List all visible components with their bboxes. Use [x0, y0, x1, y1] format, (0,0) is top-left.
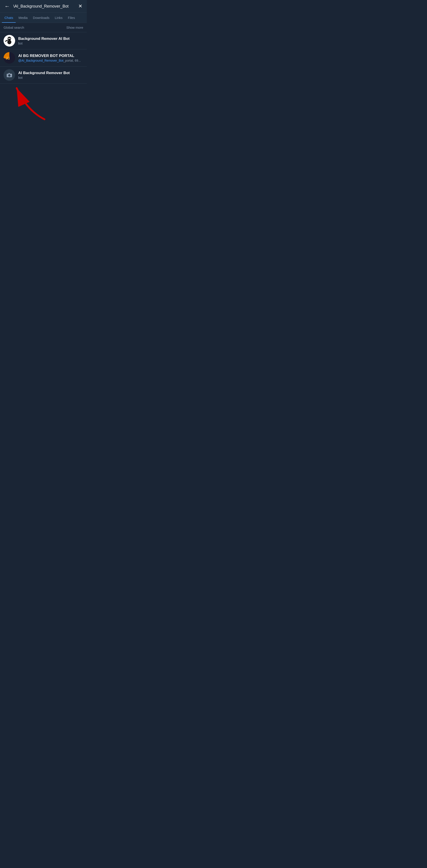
tab-links[interactable]: Links — [52, 13, 65, 23]
svg-point-12 — [11, 74, 11, 75]
result-name: Background Remover AI Bot — [18, 36, 83, 41]
empty-content-area — [0, 128, 87, 262]
tab-bar: Chats Media Downloads Links Files — [0, 13, 87, 23]
results-list: Background Remover AI Bot bot Ai AI BG R… — [0, 32, 87, 84]
svg-rect-11 — [8, 73, 10, 74]
result-sub: bot — [18, 76, 83, 80]
result-text: AI BG REMOVER BOT PORTAL @AI_Background_… — [18, 54, 83, 62]
tab-chats[interactable]: Chats — [2, 13, 16, 23]
result-sub: @AI_Background_Remover_Bot_portal, 69... — [18, 59, 83, 62]
svg-text:Ai: Ai — [6, 56, 10, 61]
avatar: Ai — [4, 52, 15, 64]
arrow-annotation — [0, 84, 87, 128]
result-sub: bot — [18, 42, 83, 45]
list-item[interactable]: Background Remover AI Bot bot — [0, 32, 87, 50]
result-text: AI Background Remover Bot bot — [18, 71, 83, 80]
ai-avatar-icon: Ai — [4, 52, 15, 64]
result-sub-highlight: @AI_Background_Remover_Bot — [18, 59, 63, 62]
ninja-icon — [4, 35, 15, 46]
global-search-label: Global search — [4, 26, 24, 29]
search-input-container — [13, 4, 75, 9]
search-header: ← ✕ — [0, 0, 87, 13]
list-item[interactable]: AI Background Remover Bot bot — [0, 66, 87, 84]
avatar — [4, 69, 15, 81]
show-more-button[interactable]: Show more — [66, 26, 83, 29]
svg-point-2 — [7, 40, 11, 44]
arrow-svg — [0, 84, 87, 128]
svg-rect-4 — [8, 38, 11, 39]
list-item[interactable]: Ai AI BG REMOVER BOT PORTAL @AI_Backgrou… — [0, 50, 87, 66]
result-sub-suffix: _portal, 69... — [63, 59, 81, 62]
back-button[interactable]: ← — [4, 3, 11, 10]
result-name: AI Background Remover Bot — [18, 71, 83, 75]
global-search-bar: Global search Show more — [0, 23, 87, 32]
tab-files[interactable]: Files — [65, 13, 77, 23]
tab-downloads[interactable]: Downloads — [30, 13, 52, 23]
camera-icon — [6, 72, 12, 78]
tab-media[interactable]: Media — [16, 13, 30, 23]
svg-point-10 — [9, 75, 10, 76]
clear-button[interactable]: ✕ — [77, 3, 83, 9]
avatar — [4, 35, 15, 46]
search-input[interactable] — [13, 4, 75, 9]
result-text: Background Remover AI Bot bot — [18, 36, 83, 45]
result-name: AI BG REMOVER BOT PORTAL — [18, 54, 83, 58]
